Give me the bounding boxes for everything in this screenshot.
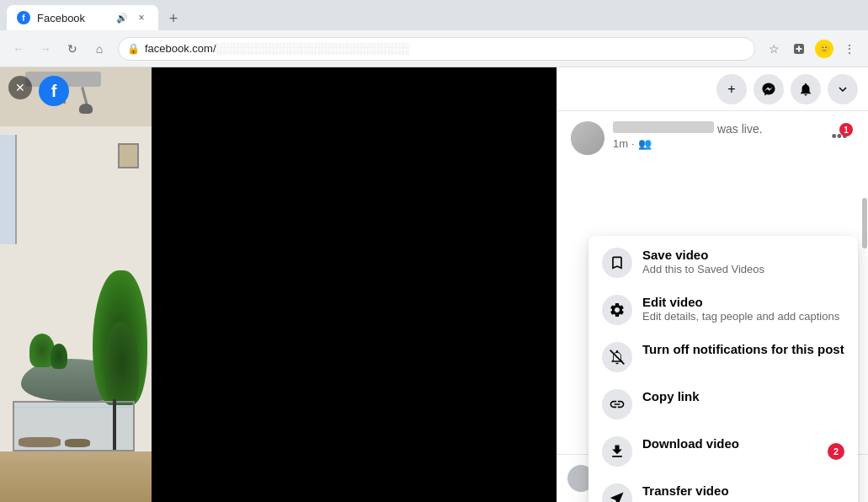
copy-link-title: Copy link: [642, 389, 844, 403]
edit-video-subtitle: Edit details, tag people and add caption…: [642, 310, 844, 323]
name-blur: [613, 121, 714, 133]
forward-button[interactable]: →: [34, 37, 57, 61]
tab-title: Facebook: [37, 12, 109, 24]
save-video-text: Save video Add this to Saved Videos: [642, 248, 844, 275]
edit-video-title: Edit video: [642, 295, 844, 309]
transfer-icon: [602, 483, 632, 502]
tab-close-button[interactable]: ×: [135, 11, 148, 24]
avatar-blur: [571, 121, 604, 155]
add-button[interactable]: +: [716, 74, 747, 104]
profile-avatar: 🙂: [815, 40, 833, 58]
refresh-button[interactable]: ↻: [61, 37, 84, 61]
new-tab-button[interactable]: +: [162, 7, 185, 30]
post-time: 1m: [613, 137, 628, 150]
bell-off-icon: [602, 342, 632, 372]
notifications-title: Turn off notifications for this post: [642, 342, 844, 356]
video-close-button[interactable]: ✕: [8, 76, 32, 99]
gear-icon: [602, 295, 632, 325]
transfer-video-title: Transfer video: [642, 483, 844, 498]
content-area: ✕ f: [0, 67, 868, 502]
profile-button[interactable]: 🙂: [812, 37, 836, 61]
address-bar[interactable]: 🔒 facebook.com/░░░░░░░░░░░░░░░░░░░░░░░░░: [118, 37, 755, 61]
post-more-button[interactable]: ••• 1: [824, 121, 855, 152]
video-panel: ✕ f: [0, 67, 556, 502]
bookmark-icon: [602, 248, 632, 278]
address-text: facebook.com/░░░░░░░░░░░░░░░░░░░░░░░░░: [145, 42, 746, 55]
download-badge: 2: [828, 443, 844, 460]
bookmark-button[interactable]: ☆: [762, 37, 785, 61]
browser-toolbar: ← → ↻ ⌂ 🔒 facebook.com/░░░░░░░░░░░░░░░░░…: [0, 30, 868, 67]
post-info: was live. 1m · 👥: [613, 121, 816, 150]
tab-favicon: f: [17, 11, 30, 24]
link-icon: [602, 389, 632, 419]
dot-separator: ·: [631, 137, 635, 150]
menu-item-edit-video[interactable]: Edit video Edit details, tag people and …: [588, 286, 858, 334]
action-bar: +: [557, 67, 868, 111]
save-video-subtitle: Add this to Saved Videos: [642, 263, 844, 275]
post-meta: 1m · 👥: [613, 137, 816, 150]
video-fb-logo: f: [39, 76, 69, 106]
notification-badge: 1: [839, 123, 853, 136]
menu-item-transfer-video[interactable]: Transfer video: [588, 475, 858, 502]
menu-item-save-video[interactable]: Save video Add this to Saved Videos: [588, 239, 858, 286]
edit-video-text: Edit video Edit details, tag people and …: [642, 295, 844, 323]
post-name: was live.: [613, 121, 816, 136]
download-video-title: Download video: [642, 436, 844, 451]
toolbar-right: ☆ 🙂 ⋮: [762, 37, 861, 61]
save-video-title: Save video: [642, 248, 844, 262]
tab-audio-icon: 🔊: [116, 13, 128, 24]
tab-bar: f Facebook 🔊 × +: [0, 0, 868, 30]
menu-item-download-video[interactable]: Download video 2: [588, 428, 858, 475]
menu-item-copy-link[interactable]: Copy link: [588, 381, 858, 428]
extensions-button[interactable]: [787, 37, 811, 61]
download-icon: [602, 436, 632, 467]
was-live-text: was live.: [717, 122, 763, 136]
browser-frame: f Facebook 🔊 × + ← → ↻ ⌂ 🔒 facebook.com/…: [0, 0, 868, 502]
menu-button[interactable]: ⋮: [838, 37, 861, 61]
right-panel: + was li: [556, 67, 868, 502]
copy-link-text: Copy link: [642, 389, 844, 403]
facebook-tab[interactable]: f Facebook 🔊 ×: [7, 5, 158, 30]
people-icon: 👥: [638, 137, 652, 150]
notification-button[interactable]: [791, 74, 821, 104]
address-blurred: ░░░░░░░░░░░░░░░░░░░░░░░░░: [216, 42, 410, 55]
messenger-button[interactable]: [754, 74, 784, 104]
back-button[interactable]: ←: [7, 37, 30, 61]
home-button[interactable]: ⌂: [88, 37, 111, 61]
more-button[interactable]: [828, 74, 858, 104]
transfer-video-text: Transfer video: [642, 483, 844, 498]
dropdown-menu: Save video Add this to Saved Videos Edit…: [588, 236, 858, 502]
menu-item-turn-off-notifications[interactable]: Turn off notifications for this post: [588, 334, 858, 381]
scrollbar-track: [861, 67, 868, 502]
post-avatar: [571, 121, 604, 155]
lock-icon: 🔒: [127, 43, 140, 55]
post-header: was live. 1m · 👥 ••• 1: [557, 111, 868, 165]
notifications-text: Turn off notifications for this post: [642, 342, 844, 356]
scrollbar-thumb[interactable]: [862, 198, 867, 248]
download-video-text: Download video: [642, 436, 844, 451]
